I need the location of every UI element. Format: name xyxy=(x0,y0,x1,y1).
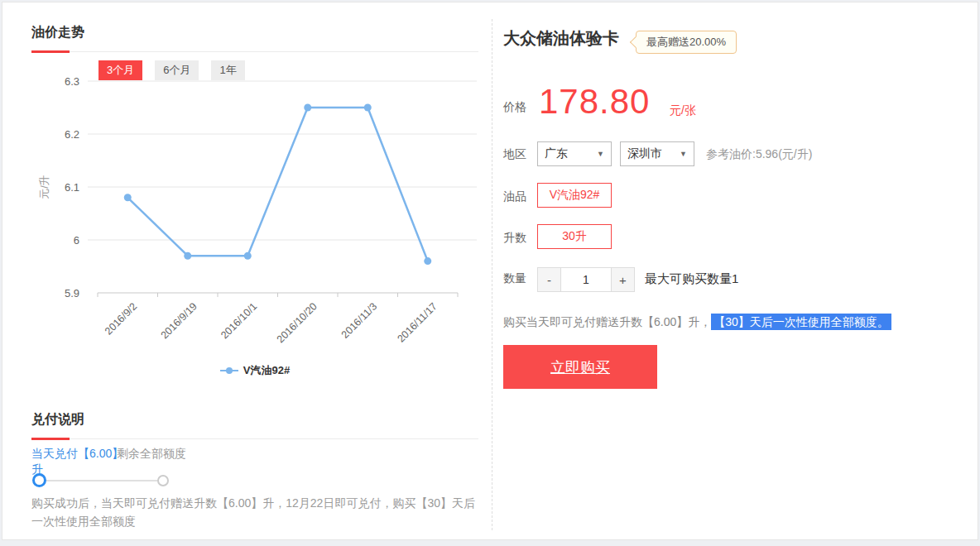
region-label: 地区 xyxy=(503,147,526,162)
remaining-quota-label: 剩余全部额度 xyxy=(117,447,186,462)
liters-label: 升数 xyxy=(503,231,526,246)
svg-text:元/升: 元/升 xyxy=(38,175,50,199)
quantity-decrease-button[interactable]: - xyxy=(538,268,561,291)
buy-now-button[interactable]: 立即购买 xyxy=(503,345,657,389)
redeem-slider-handle-end[interactable] xyxy=(157,475,169,486)
legend-label: V汽油92# xyxy=(243,363,290,378)
max-quantity-note: 最大可购买数量1 xyxy=(645,271,738,287)
liters-option[interactable]: 30升 xyxy=(537,224,612,249)
trend-section-title: 油价走势 xyxy=(31,25,84,39)
oil-type-option[interactable]: V汽油92# xyxy=(537,183,612,208)
chevron-down-icon: ▼ xyxy=(680,150,687,158)
promo-line: 购买当天即可兑付赠送升数【6.00】升，【30】天后一次性使用全部额度。 xyxy=(503,315,891,330)
svg-text:6: 6 xyxy=(74,234,79,247)
product-title: 大众储油体验卡 xyxy=(503,27,619,50)
svg-text:6.2: 6.2 xyxy=(65,128,79,141)
price-value: 178.80 xyxy=(539,82,650,122)
price-label: 价格 xyxy=(503,100,526,115)
province-selected-value: 广东 xyxy=(545,146,568,161)
city-select[interactable]: 深圳市 ▼ xyxy=(620,141,694,166)
promo-highlight-text: 【30】天后一次性使用全部额度。 xyxy=(711,314,891,330)
reference-oil-price: 参考油价:5.96(元/升) xyxy=(706,147,812,162)
vertical-divider xyxy=(492,19,492,530)
promo-plain-text: 购买当天即可兑付赠送升数【6.00】升， xyxy=(503,315,711,328)
svg-text:2016/9/2: 2016/9/2 xyxy=(103,300,139,337)
legend-line-marker-icon xyxy=(220,366,238,375)
quantity-input[interactable] xyxy=(561,268,611,291)
quantity-label: 数量 xyxy=(503,271,526,286)
redeem-description: 购买成功后，当天即可兑付赠送升数【6.00】升，12月22日即可兑付，购买【30… xyxy=(31,494,480,530)
province-select[interactable]: 广东 ▼ xyxy=(537,141,612,166)
price-unit: 元/张 xyxy=(670,103,696,118)
quantity-stepper: - + xyxy=(537,267,635,292)
bonus-badge: 最高赠送20.00% xyxy=(636,31,737,54)
product-panel: 油价走势 3个月 6个月 1年 5.966.16.26.3元/升2016/9/2… xyxy=(2,2,978,540)
svg-text:2016/10/1: 2016/10/1 xyxy=(219,300,259,341)
svg-text:2016/11/17: 2016/11/17 xyxy=(395,300,440,345)
redeem-section-title: 兑付说明 xyxy=(31,412,84,426)
svg-text:6.3: 6.3 xyxy=(65,75,79,88)
svg-text:2016/10/20: 2016/10/20 xyxy=(275,300,319,345)
legend-item-gasoline92[interactable]: V汽油92# xyxy=(220,363,290,378)
oil-type-label: 油品 xyxy=(503,189,526,204)
city-selected-value: 深圳市 xyxy=(627,146,662,161)
svg-text:2016/11/3: 2016/11/3 xyxy=(339,300,380,341)
red-underline xyxy=(31,50,70,53)
chart-legend: V汽油92# xyxy=(31,363,478,378)
chevron-down-icon: ▼ xyxy=(597,150,604,158)
red-underline xyxy=(31,438,70,440)
redeem-section-header: 兑付说明 xyxy=(31,411,478,439)
redeem-slider-track xyxy=(38,480,164,481)
price-trend-chart: 5.966.16.26.3元/升2016/9/22016/9/192016/10… xyxy=(30,72,481,363)
svg-text:2016/9/19: 2016/9/19 xyxy=(159,300,199,341)
redeem-slider-handle-start[interactable] xyxy=(32,473,46,487)
svg-text:6.1: 6.1 xyxy=(65,181,79,194)
svg-text:5.9: 5.9 xyxy=(65,287,79,299)
trend-section-header: 油价走势 xyxy=(31,24,478,52)
same-day-redeem-label: 当天兑付【6.00】 xyxy=(31,447,123,462)
quantity-increase-button[interactable]: + xyxy=(611,268,634,291)
